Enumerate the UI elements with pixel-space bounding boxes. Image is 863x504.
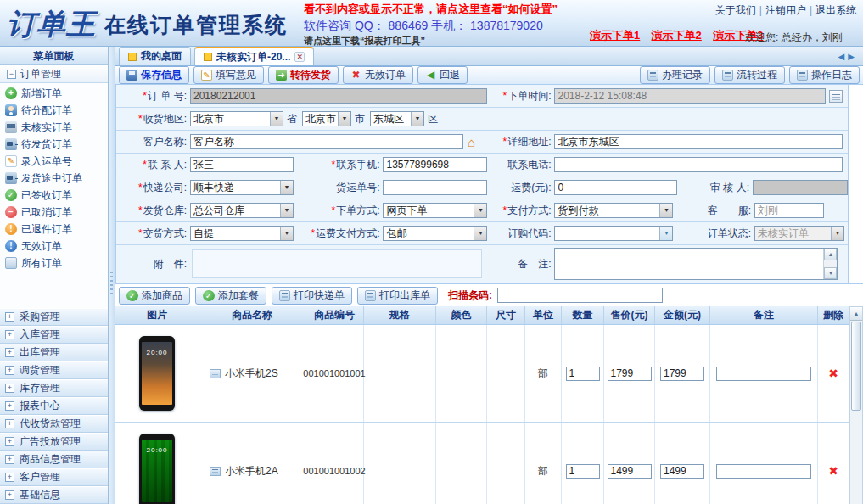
row-remark-input[interactable] xyxy=(716,367,811,381)
contact-input[interactable] xyxy=(190,157,294,172)
tab-scroll-arrows[interactable]: ◀▶ xyxy=(838,52,858,61)
delivery-select[interactable]: 自提▼ xyxy=(190,226,294,241)
freight-pay-select[interactable]: 包邮▼ xyxy=(383,226,487,241)
sidebar-item-to-ship-order[interactable]: 待发货订单 xyxy=(0,136,108,153)
freight-input[interactable] xyxy=(554,180,677,195)
sidebar-group-cod[interactable]: +代收货款管理 xyxy=(0,415,108,433)
sidebar-group-outbound[interactable]: +出库管理 xyxy=(0,344,108,361)
to-pending-shipment-button[interactable]: ➜转待发货 xyxy=(268,66,339,84)
province-select[interactable]: 北京市▼ xyxy=(190,111,283,126)
auditor-input[interactable] xyxy=(753,180,848,195)
sidebar-group-inventory[interactable]: +库存管理 xyxy=(0,379,108,397)
save-info-button[interactable]: 保存信息 xyxy=(119,66,189,84)
product-code: 001001001002 xyxy=(303,466,365,476)
sidebar-item-in-transit-order[interactable]: 发货途中订单 xyxy=(0,170,108,187)
scroll-up-icon[interactable]: ▲ xyxy=(824,249,837,260)
price-input[interactable] xyxy=(608,464,652,479)
print-tool-download-link[interactable]: 请点这里下载“报表打印工具” xyxy=(304,35,584,48)
sidebar-group-order-management[interactable]: − 订单管理 xyxy=(0,65,108,83)
order-code-combo[interactable]: ▼ xyxy=(554,226,673,241)
courier-select[interactable]: 顺丰快递▼ xyxy=(190,180,294,195)
logout-user-link[interactable]: 注销用户 xyxy=(765,4,806,16)
invalid-order-button[interactable]: ✖无效订单 xyxy=(343,66,413,84)
scroll-up-icon[interactable]: ▲ xyxy=(850,307,862,321)
pay-method-select[interactable]: 货到付款▼ xyxy=(554,203,673,218)
price-input[interactable] xyxy=(608,367,652,381)
log-icon xyxy=(797,70,808,81)
sidebar-group-basic-info[interactable]: +基础信息 xyxy=(0,486,108,504)
sidebar-item-all-orders[interactable]: 所有订单 xyxy=(0,255,108,272)
sidebar-item-assign-order[interactable]: 待分配订单 xyxy=(0,102,108,119)
amount-input[interactable] xyxy=(660,367,704,381)
contact-info: 软件咨询 QQ： 886469 手机： 13878179020 xyxy=(304,19,584,34)
waybill-input[interactable] xyxy=(383,180,487,195)
display-help-link[interactable]: 看不到内容或显示不正常，请点这里查看“如何设置” xyxy=(304,2,584,17)
sidebar-group-customer[interactable]: +客户管理 xyxy=(0,468,108,486)
detail-icon[interactable] xyxy=(210,369,221,378)
sidebar-item-cancelled-order[interactable]: −已取消订单 xyxy=(0,204,108,221)
sidebar-item-enter-waybill[interactable]: ✎录入运单号 xyxy=(0,153,108,170)
scan-barcode-input[interactable] xyxy=(497,288,663,303)
sidebar-group-transfer[interactable]: +调货管理 xyxy=(0,361,108,379)
save-icon xyxy=(126,70,137,81)
customer-name-input[interactable] xyxy=(190,134,463,149)
rollback-button[interactable]: ◀回退 xyxy=(417,66,468,84)
qty-input[interactable] xyxy=(566,367,600,381)
city-select[interactable]: 北京市▼ xyxy=(302,111,351,126)
delete-row-icon[interactable]: ✖ xyxy=(828,464,838,478)
print-express-button[interactable]: 打印快递单 xyxy=(272,287,352,305)
sidebar-group-purchase[interactable]: +采购管理 xyxy=(0,308,108,326)
sidebar-item-invalid-order[interactable]: !无效订单 xyxy=(0,238,108,255)
in-transit-order-icon xyxy=(5,172,17,184)
delete-row-icon[interactable]: ✖ xyxy=(828,367,838,380)
about-us-link[interactable]: 关于我们 xyxy=(715,4,756,16)
calendar-icon[interactable] xyxy=(829,90,843,103)
tab-unverified-order[interactable]: 未核实订单-20... ✕ xyxy=(194,47,314,65)
order-method-select[interactable]: 网页下单▼ xyxy=(383,203,487,218)
sidebar-item-new-order[interactable]: +新增订单 xyxy=(0,85,108,102)
warehouse-select[interactable]: 总公司仓库▼ xyxy=(190,203,294,218)
exit-system-link[interactable]: 退出系统 xyxy=(815,4,856,16)
flow-process-button[interactable]: 流转过程 xyxy=(714,66,785,84)
remark-scrollbar[interactable]: ▲▼ xyxy=(823,249,837,279)
phone-input[interactable] xyxy=(554,157,843,172)
product-scrollbar[interactable]: ▲ ▼ xyxy=(849,306,863,504)
add-product-button[interactable]: ✓添加商品 xyxy=(119,287,190,305)
order-no-input[interactable] xyxy=(190,88,487,104)
order-status-select[interactable]: 未核实订单▼ xyxy=(754,226,844,241)
mobile-input[interactable] xyxy=(383,157,487,172)
write-opinion-button[interactable]: ✎填写意见 xyxy=(193,66,264,84)
sidebar-item-unverified-order[interactable]: 未核实订单 xyxy=(0,119,108,136)
sidebar-group-advertising[interactable]: +广告投放管理 xyxy=(0,433,108,451)
sidebar-item-signed-order[interactable]: ✓已签收订单 xyxy=(0,187,108,204)
close-tab-icon[interactable]: ✕ xyxy=(294,52,305,62)
handle-record-button[interactable]: 办理记录 xyxy=(640,66,710,84)
scroll-down-icon[interactable]: ▼ xyxy=(824,267,837,279)
sidebar-splitter[interactable] xyxy=(109,47,115,504)
sidebar-group-product-info[interactable]: +商品信息管理 xyxy=(0,451,108,468)
tab-my-desktop[interactable]: 我的桌面 xyxy=(119,47,191,65)
sidebar-item-returned-order[interactable]: !已退件订单 xyxy=(0,221,108,238)
demo-order-2-link[interactable]: 演示下单2 xyxy=(652,29,702,42)
sidebar-group-inbound[interactable]: +入库管理 xyxy=(0,326,108,344)
cs-input[interactable] xyxy=(754,203,824,218)
operation-log-button[interactable]: 操作日志 xyxy=(789,66,860,84)
attachment-area[interactable] xyxy=(192,249,482,278)
scrollbar-thumb[interactable] xyxy=(851,322,861,411)
amount-input[interactable] xyxy=(660,464,704,479)
qty-input[interactable] xyxy=(566,464,600,479)
demo-order-1-link[interactable]: 演示下单1 xyxy=(590,29,640,42)
green-check-icon: ✓ xyxy=(126,290,138,301)
sidebar-item-label: 所有订单 xyxy=(21,256,62,271)
address-input[interactable] xyxy=(554,134,843,149)
add-combo-button[interactable]: ✓添加套餐 xyxy=(195,287,266,305)
remark-textarea[interactable] xyxy=(555,249,823,279)
flow-icon xyxy=(722,70,733,81)
print-outbound-button[interactable]: 打印出库单 xyxy=(357,287,438,305)
row-remark-input[interactable] xyxy=(716,464,811,479)
district-select[interactable]: 东城区▼ xyxy=(370,111,424,126)
sidebar-group-reports[interactable]: +报表中心 xyxy=(0,397,108,415)
home-icon[interactable]: ⌂ xyxy=(468,136,481,148)
detail-icon[interactable] xyxy=(210,467,221,476)
order-time-input[interactable] xyxy=(554,88,826,104)
